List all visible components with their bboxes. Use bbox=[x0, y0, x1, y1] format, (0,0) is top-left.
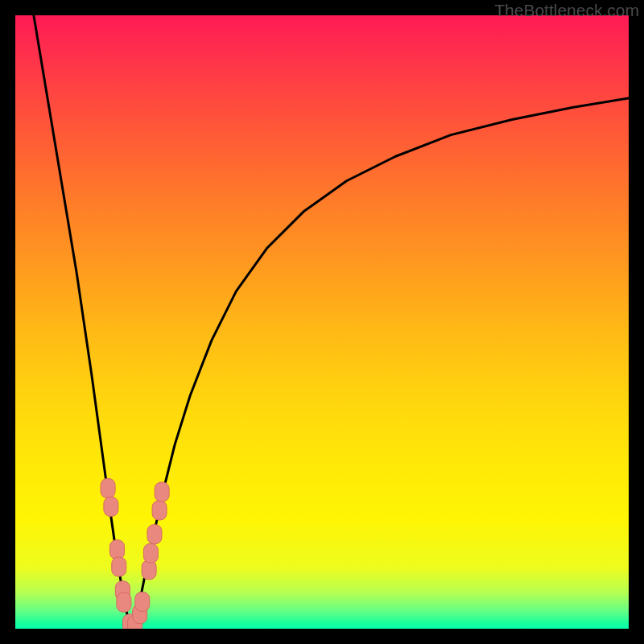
data-marker bbox=[155, 482, 169, 502]
plot-area bbox=[15, 15, 629, 629]
data-marker bbox=[152, 501, 167, 520]
data-marker bbox=[101, 479, 115, 498]
watermark-text: TheBottleneck.com bbox=[494, 1, 639, 20]
curve-left-branch bbox=[34, 15, 132, 629]
data-marker bbox=[104, 497, 118, 516]
data-marker bbox=[117, 592, 131, 612]
chart-frame: TheBottleneck.com bbox=[0, 0, 644, 644]
data-marker bbox=[147, 525, 162, 544]
data-marker bbox=[143, 543, 158, 563]
data-marker bbox=[135, 592, 150, 611]
curve-svg bbox=[15, 15, 629, 629]
data-marker bbox=[109, 540, 124, 559]
data-marker bbox=[112, 557, 126, 576]
curve-right-branch bbox=[132, 98, 629, 629]
